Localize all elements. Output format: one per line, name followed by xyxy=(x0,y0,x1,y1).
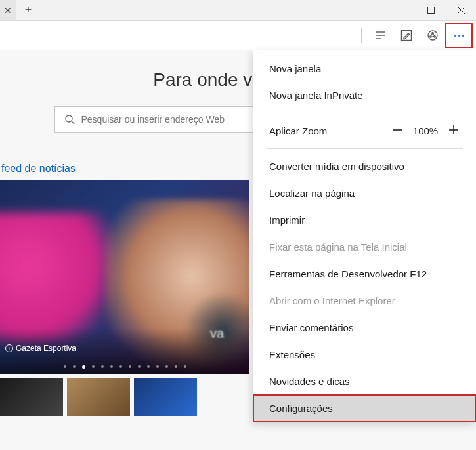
feed-thumbnail[interactable] xyxy=(134,378,197,416)
menu-new-inprivate[interactable]: Nova janela InPrivate xyxy=(253,82,476,109)
svg-point-15 xyxy=(66,115,72,122)
maximize-button[interactable] xyxy=(416,0,446,20)
menu-devtools[interactable]: Ferramentas de Desenvolvedor F12 xyxy=(253,260,476,287)
minus-icon xyxy=(391,124,403,136)
menu-feedback[interactable]: Enviar comentários xyxy=(253,314,476,341)
menu-new-window[interactable]: Nova janela xyxy=(253,55,476,82)
share-icon xyxy=(427,30,439,41)
plus-icon: + xyxy=(25,3,32,17)
toolbar-separator xyxy=(361,28,362,43)
zoom-percent: 100% xyxy=(408,125,443,136)
menu-whatsnew[interactable]: Novidades e dicas xyxy=(253,368,476,395)
menu-zoom-row: Aplicar Zoom 100% xyxy=(253,117,476,144)
new-tab-button[interactable]: + xyxy=(16,0,40,20)
close-tab-button[interactable]: ✕ xyxy=(0,0,16,20)
pen-icon xyxy=(400,30,412,41)
search-placeholder: Pesquisar ou inserir endereço Web xyxy=(81,114,225,125)
share-button[interactable] xyxy=(420,24,446,47)
svg-rect-1 xyxy=(427,7,434,14)
menu-find[interactable]: Localizar na página xyxy=(253,180,476,207)
zoom-out-button[interactable] xyxy=(387,124,408,138)
close-window-button[interactable] xyxy=(446,0,476,20)
maximize-icon xyxy=(427,7,435,14)
menu-print[interactable]: Imprimir xyxy=(253,207,476,234)
minimize-icon xyxy=(397,7,404,14)
more-menu: Nova janela Nova janela InPrivate Aplica… xyxy=(253,50,476,422)
menu-open-ie: Abrir com o Internet Explorer xyxy=(253,287,476,314)
more-icon xyxy=(454,35,464,37)
info-icon: i xyxy=(5,344,13,352)
menu-separator xyxy=(267,148,463,149)
more-button[interactable] xyxy=(446,24,472,47)
menu-settings[interactable]: Configurações xyxy=(253,395,476,422)
reading-view-icon xyxy=(374,30,386,41)
menu-pin: Fixar esta página na Tela Inicial xyxy=(253,234,476,260)
feed-hero[interactable]: va i Gazeta Esportiva xyxy=(0,180,249,374)
menu-separator xyxy=(267,113,463,113)
carousel-dots[interactable] xyxy=(0,365,249,369)
minimize-button[interactable] xyxy=(385,0,416,20)
toolbar xyxy=(0,21,476,50)
feed-thumbnail[interactable] xyxy=(0,378,63,416)
close-icon: ✕ xyxy=(4,5,12,16)
hero-caption: i Gazeta Esportiva xyxy=(5,344,76,353)
reading-view-button[interactable] xyxy=(367,24,393,47)
zoom-in-button[interactable] xyxy=(443,124,464,138)
titlebar-spacer xyxy=(40,0,385,20)
hero-source: Gazeta Esportiva xyxy=(16,344,76,353)
titlebar: ✕ + xyxy=(0,0,476,21)
close-icon xyxy=(458,7,465,14)
zoom-label: Aplicar Zoom xyxy=(269,125,387,136)
plus-icon xyxy=(448,124,460,136)
search-icon xyxy=(64,114,75,125)
web-note-button[interactable] xyxy=(393,24,420,47)
feed-thumbnail[interactable] xyxy=(67,378,130,416)
menu-cast[interactable]: Converter mídia em dispositivo xyxy=(253,153,476,180)
svg-line-16 xyxy=(72,121,74,124)
menu-extensions[interactable]: Extensões xyxy=(253,341,476,368)
